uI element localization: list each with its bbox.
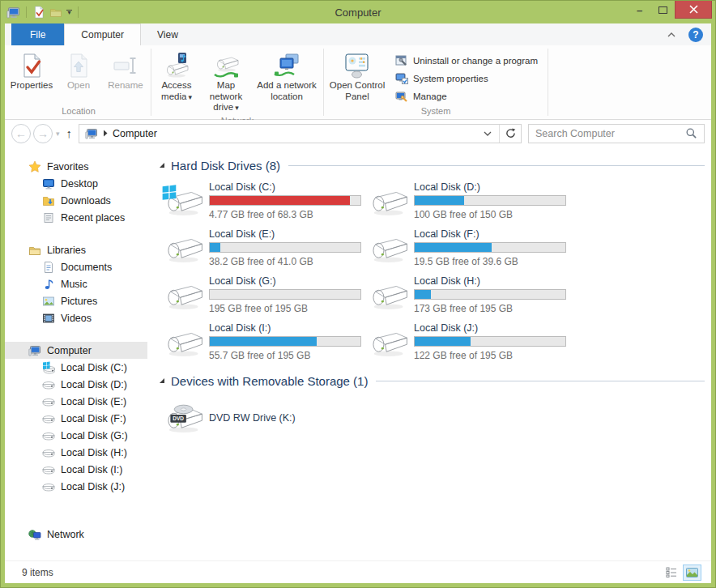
system-menu-icon[interactable] [6, 6, 20, 19]
address-bar[interactable]: Computer [79, 124, 522, 143]
sidebar-item-pictures[interactable]: Pictures [5, 292, 147, 309]
dvd-drive-tile[interactable]: DVD RW Drive (K:) [161, 397, 705, 439]
add-network-location-button[interactable]: Add a network location [252, 49, 322, 104]
drive-free-space: 4.77 GB free of 68.3 GB [209, 209, 361, 220]
hard-drive-icon [161, 230, 203, 266]
drive-tile-c[interactable]: Local Disk (C:) 4.77 GB free of 68.3 GB [161, 181, 366, 220]
drive-c-icon [42, 361, 55, 374]
sidebar-item-local-disk-f[interactable]: Local Disk (F:) [5, 410, 147, 427]
help-icon[interactable]: ? [688, 28, 703, 42]
drive-tile-d[interactable]: Local Disk (D:) 100 GB free of 150 GB [366, 181, 571, 220]
dropdown-caret-icon: ▾ [235, 104, 239, 112]
sidebar-item-local-disk-i[interactable]: Local Disk (I:) [5, 461, 147, 478]
ribbon: Properties Open [5, 45, 711, 120]
large-icons-view-icon [686, 568, 698, 577]
sidebar-item-local-disk-h[interactable]: Local Disk (H:) [5, 444, 147, 461]
properties-icon [19, 51, 45, 80]
sidebar-item-local-disk-d[interactable]: Local Disk (D:) [5, 376, 147, 393]
dropdown-caret-icon: ▾ [188, 93, 192, 101]
drive-free-space: 122 GB free of 195 GB [414, 350, 566, 361]
recent-locations-caret-icon[interactable]: ▾ [56, 130, 60, 138]
sidebar-item-music[interactable]: Music [5, 275, 147, 292]
sidebar-item-computer[interactable]: Computer [5, 342, 147, 359]
maximize-button[interactable] [651, 1, 675, 19]
tab-computer[interactable]: Computer [64, 23, 141, 45]
videos-icon [42, 312, 55, 325]
drive-name: Local Disk (J:) [414, 322, 566, 334]
sidebar-item-desktop[interactable]: Desktop [5, 175, 147, 192]
computer-icon [28, 344, 41, 357]
refresh-icon[interactable] [499, 125, 521, 143]
sidebar-item-local-disk-c[interactable]: Local Disk (C:) [5, 359, 147, 376]
ribbon-group-system: Open Control Panel Uninstall or change a… [326, 45, 546, 119]
tab-file[interactable]: File [11, 23, 64, 45]
minimize-button[interactable]: – [628, 1, 651, 19]
explorer-window: ▾ Computer – File Computer View [0, 0, 716, 588]
separator [78, 6, 79, 18]
recent-places-icon [42, 211, 55, 224]
sidebar-item-local-disk-e[interactable]: Local Disk (E:) [5, 393, 147, 410]
close-button[interactable] [675, 1, 712, 19]
sidebar-item-local-disk-j[interactable]: Local Disk (J:) [5, 478, 147, 495]
sidebar-item-recent-places[interactable]: Recent places [5, 209, 147, 226]
sidebar-item-network[interactable]: Network [5, 526, 147, 543]
rename-button[interactable]: Rename [102, 49, 149, 94]
sidebar-item-libraries[interactable]: Libraries [5, 241, 147, 258]
control-panel-icon [343, 51, 371, 80]
search-input[interactable] [535, 128, 685, 139]
drive-icon [42, 480, 55, 493]
open-button[interactable]: Open [55, 49, 102, 94]
group-header-removable-storage[interactable]: Devices with Removable Storage (1) [160, 374, 705, 388]
sidebar-item-documents[interactable]: Documents [5, 258, 147, 275]
search-icon[interactable] [685, 127, 697, 139]
drive-free-space: 195 GB free of 195 GB [209, 303, 361, 314]
system-properties-button[interactable]: System properties [395, 72, 538, 85]
drive-free-space: 19.5 GB free of 39.6 GB [414, 256, 566, 267]
ribbon-separator [323, 49, 324, 116]
manage-button[interactable]: Manage [395, 90, 538, 103]
drive-free-space: 38.2 GB free of 41.0 GB [209, 256, 361, 267]
qat-customize-icon[interactable]: ▾ [66, 10, 72, 15]
forward-button[interactable]: → [33, 124, 53, 143]
drive-free-space: 55.7 GB free of 195 GB [209, 350, 361, 361]
open-control-panel-button[interactable]: Open Control Panel [326, 49, 389, 104]
sidebar-item-downloads[interactable]: Downloads [5, 192, 147, 209]
ribbon-tabstrip: File Computer View ? [5, 23, 711, 45]
collapse-ribbon-icon[interactable] [664, 28, 679, 42]
uninstall-program-button[interactable]: Uninstall or change a program [395, 54, 538, 67]
drive-tile-h[interactable]: Local Disk (H:) 173 GB free of 195 GB [366, 275, 571, 314]
tab-view[interactable]: View [141, 23, 194, 45]
drive-tile-g[interactable]: Local Disk (G:) 195 GB free of 195 GB [161, 275, 366, 314]
hard-drive-icon [366, 230, 408, 266]
back-button[interactable]: ← [11, 124, 31, 143]
drive-tile-f[interactable]: Local Disk (F:) 19.5 GB free of 39.6 GB [366, 228, 571, 267]
drive-tile-j[interactable]: Local Disk (J:) 122 GB free of 195 GB [366, 322, 571, 361]
map-network-drive-button[interactable]: Map network drive▾ [200, 49, 252, 116]
sidebar-item-favorites[interactable]: Favorites [5, 158, 147, 175]
properties-button[interactable]: Properties [8, 49, 55, 94]
breadcrumb[interactable]: Computer [79, 125, 163, 143]
drive-free-space: 100 GB free of 150 GB [414, 209, 566, 220]
address-toolbar: ← → ▾ ↑ Computer [5, 120, 711, 147]
details-view-button[interactable] [662, 565, 680, 581]
ribbon-group-network: Access media▾ Map network drive▾ [153, 45, 322, 119]
drive-name: Local Disk (D:) [414, 181, 566, 193]
sidebar-item-videos[interactable]: Videos [5, 309, 147, 326]
address-dropdown-icon[interactable] [476, 125, 499, 143]
title-bar: ▾ Computer – [1, 1, 715, 23]
drive-tile-e[interactable]: Local Disk (E:) 38.2 GB free of 41.0 GB [161, 228, 366, 267]
qat-properties-icon[interactable] [32, 6, 45, 19]
drive-grid: Local Disk (C:) 4.77 GB free of 68.3 GB … [161, 181, 705, 361]
drive-tile-i[interactable]: Local Disk (I:) 55.7 GB free of 195 GB [161, 322, 366, 361]
details-view-icon [666, 567, 677, 577]
capacity-bar [209, 336, 361, 347]
hard-drive-icon [366, 277, 408, 313]
up-button[interactable]: ↑ [66, 126, 73, 140]
items-view: Hard Disk Drives (8) Local Disk (C:) 4.7… [147, 147, 711, 560]
group-header-hard-disk-drives[interactable]: Hard Disk Drives (8) [160, 159, 705, 173]
access-media-button[interactable]: Access media▾ [153, 49, 200, 104]
sidebar-item-local-disk-g[interactable]: Local Disk (G:) [5, 427, 147, 444]
large-icons-view-button[interactable] [683, 565, 701, 581]
qat-new-folder-icon[interactable] [49, 6, 62, 19]
breadcrumb-location: Computer [113, 128, 157, 139]
